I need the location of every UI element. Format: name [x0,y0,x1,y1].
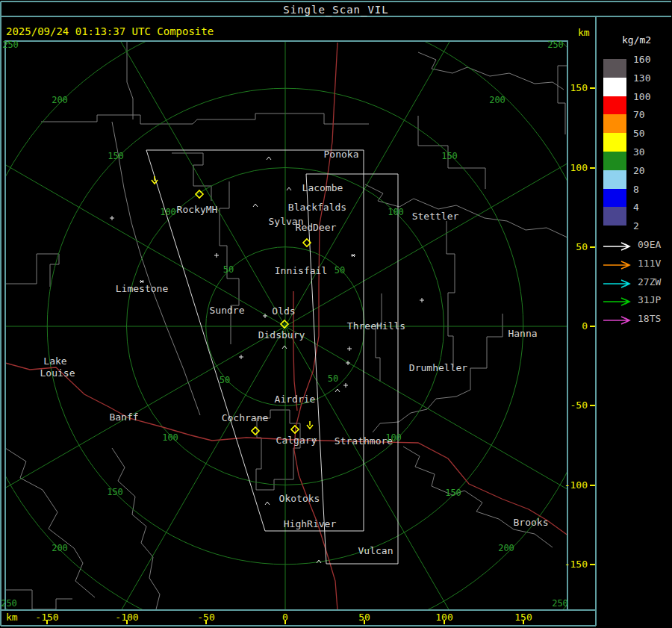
pointer-legend-row: 18TS [602,314,633,325]
county-boundary [447,221,455,367]
county-boundary [5,590,72,609]
legend-level-label: 100 [633,90,650,102]
legend-color-swatch [603,133,626,152]
right-axis-unit-label: km [578,27,590,38]
pointer-id-label: 18TS [638,313,661,324]
legend-color-swatch [603,170,626,189]
plus-marker-icon [347,346,352,351]
radar-app-window: Single_Scan_VIL 2025/09/24 01:13:37 UTC … [0,0,672,628]
county-boundary [365,184,569,238]
radial-line [46,0,285,326]
caret-marker-icon [282,346,287,349]
legend-level-label: 30 [633,146,645,158]
county-boundary [112,122,200,415]
radial-line [285,326,524,628]
radial-line [0,326,285,565]
pointer-id-label: 111V [638,258,661,269]
legend-color-swatch [603,189,626,208]
county-boundary [112,448,160,612]
caret-marker-icon [335,389,340,392]
caret-marker-icon [287,187,291,190]
radar-site-icon [252,427,259,435]
legend-level-label: 70 [633,109,645,120]
county-boundary [256,410,300,490]
legend-color-swatch [603,96,626,115]
county-boundary [41,114,369,124]
caret-marker-icon [267,157,271,160]
window-title: Single_Scan_VIL [0,4,672,16]
legend-level-label: 50 [633,128,645,139]
highway-line [5,363,569,536]
pointer-id-label: 09EA [638,239,661,250]
legend-level-label: 8 [633,183,639,194]
legend-color-swatch [603,114,626,133]
pointer-legend-row: 31JP [602,296,633,306]
legend-color-swatch [603,78,626,96]
county-boundary [403,447,553,547]
pointer-id-label: 27ZW [638,276,661,287]
legend-color-swatch [603,207,626,226]
legend-level-label: 20 [633,164,645,175]
plus-marker-icon [214,253,219,258]
pointer-arrow-icon [602,260,633,270]
plus-marker-icon [420,298,424,302]
caret-marker-icon [312,438,317,441]
range-ring [0,9,603,628]
pointer-arrow-icon [602,296,633,307]
radial-line [285,0,524,326]
caret-marker-icon [317,560,321,563]
county-boundary [558,66,567,134]
pointer-arrow-icon [602,241,633,252]
storm-arrow-icon [307,421,313,429]
pointer-legend-row: 09EA [602,240,633,251]
caret-marker-icon [265,502,270,505]
star-marker-icon [140,280,144,283]
pointer-id-label: 31JP [638,294,661,305]
legend-level-label: 130 [633,72,650,83]
map-canvas[interactable] [0,0,672,628]
legend-panel: kg/m2 1601301007050302084209EA111V27ZW31… [597,16,672,610]
pointer-arrow-icon [602,279,633,289]
bottom-axis-unit-label: km [6,612,18,623]
county-boundary [172,153,211,201]
plus-marker-icon [239,355,243,359]
legend-level-label: 4 [633,202,639,213]
caret-marker-icon [253,204,258,207]
plus-marker-icon [343,383,348,388]
map-graphics [0,0,672,628]
legend-unit-label: kg/m2 [622,34,651,46]
radial-line [46,326,285,628]
legend-color-swatch [603,59,626,78]
county-boundary [418,116,485,189]
county-boundary [5,254,59,287]
scan-timestamp: 2025/09/24 01:13:37 UTC Composite [6,25,214,37]
legend-level-label: 2 [633,220,639,231]
county-boundary [5,448,95,597]
range-ring [0,0,672,628]
radial-line [0,87,285,326]
radar-sector-outline [146,150,364,531]
county-boundary [376,293,382,382]
legend-level-label: 160 [633,54,650,65]
plus-marker-icon [263,314,267,318]
county-boundary [220,181,239,344]
star-marker-icon [351,254,355,257]
plus-marker-icon [110,216,114,220]
pointer-legend-row: 111V [602,259,633,270]
pointer-legend-row: 27ZW [602,278,633,288]
legend-color-swatch [603,152,626,170]
pointer-arrow-icon [602,315,633,326]
